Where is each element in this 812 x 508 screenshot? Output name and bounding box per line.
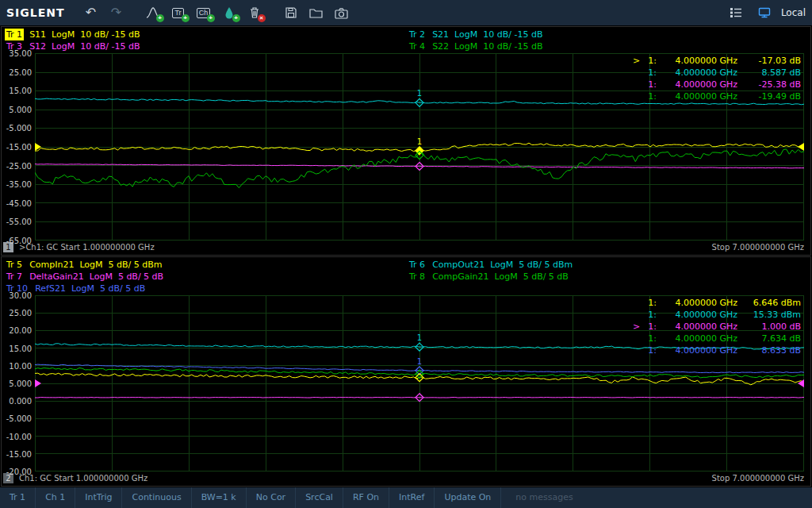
- screenshot-button[interactable]: [330, 2, 354, 24]
- ref-level-arrow-left[interactable]: [35, 143, 41, 151]
- local-mode-label[interactable]: Local: [781, 7, 806, 18]
- redo-icon: ↷: [111, 6, 121, 19]
- trace-legend-tr5[interactable]: Tr 5CompIn21 LogM 5 dB/ 5 dBm: [5, 259, 408, 271]
- statusbar-srccal[interactable]: SrcCal: [296, 487, 343, 508]
- trace-legend-window-1: Tr 1S11 LogM 10 dB/ -15 dBTr 2S21 LogM 1…: [2, 27, 810, 53]
- trace-format: S21 LogM 10 dB/ -15 dB: [432, 29, 542, 40]
- save-button[interactable]: [279, 2, 303, 24]
- trace-format: CompOut21 LogM 5 dB/ 5 dBm: [432, 259, 573, 271]
- camera-icon: [334, 6, 349, 20]
- y-axis-label: -5.000: [6, 124, 32, 133]
- open-file-button[interactable]: [304, 2, 328, 24]
- instrument-statusbar: Tr 1Ch 1IntTrigContinuousBW=1 kNo CorSrc…: [0, 487, 812, 508]
- y-axis-label: 0.000: [9, 397, 32, 406]
- trace-id[interactable]: Tr 2: [408, 29, 427, 40]
- y-axis-label: 35.00: [9, 49, 32, 58]
- folder-icon: [308, 6, 324, 20]
- trace-format: S22 LogM 10 dB/ -15 dB: [432, 40, 542, 52]
- y-axis-label: 5.000: [9, 379, 32, 388]
- marker-readouts-window-1: >1:4.000000 GHz-17.03 dB1:4.000000 GHz8.…: [633, 55, 801, 102]
- redo-button[interactable]: ↷: [105, 2, 128, 24]
- y-axis-label: 15.00: [9, 344, 32, 352]
- statusbar-bw-1-k[interactable]: BW=1 k: [192, 487, 247, 508]
- marker-readouts-window-2: 1:4.000000 GHz6.646 dBm1:4.000000 GHz15.…: [633, 297, 801, 356]
- trace-format: S12 LogM 10 dB/ -15 dB: [29, 40, 140, 52]
- y-axis-label: -55.00: [6, 217, 32, 226]
- add-measurement-button[interactable]: +: [141, 2, 165, 24]
- trace-id[interactable]: Tr 1: [5, 29, 24, 40]
- trace-format: DeltaGain21 LogM 5 dB/ 5 dB: [29, 271, 163, 283]
- trace-format: CompIn21 LogM 5 dB/ 5 dBm: [29, 259, 162, 271]
- sweep-stop-label: Stop 7.000000000 GHz: [712, 474, 804, 483]
- remote-connection-icon: [757, 6, 772, 19]
- statusbar-inttrig[interactable]: IntTrig: [75, 487, 122, 508]
- trace-legend-tr4[interactable]: Tr 4S22 LogM 10 dB/ -15 dB: [408, 40, 810, 52]
- trace-id[interactable]: Tr 5: [5, 259, 24, 271]
- marker-readout: 1:4.000000 GHz-25.38 dB: [633, 79, 801, 90]
- y-axis-label: 10.00: [9, 361, 32, 370]
- topbar: SIGLENT ↶ ↷ + Tr + Ch + +: [0, 0, 812, 25]
- delete-badge: ×: [258, 14, 266, 22]
- y-axis-label: -15.00: [6, 143, 32, 152]
- y-axis-label: -15.00: [6, 449, 32, 458]
- marker-readout: 1:4.000000 GHz15.33 dBm: [633, 309, 801, 321]
- y-axis-label: 15.00: [9, 87, 32, 95]
- trace-legend-tr1[interactable]: Tr 1S11 LogM 10 dB/ -15 dB: [5, 29, 408, 40]
- statusbar-intref[interactable]: IntRef: [389, 487, 435, 508]
- y-axis-label: 25.00: [9, 67, 32, 76]
- siglent-logo: SIGLENT: [6, 6, 65, 19]
- y-axis-label: -35.00: [6, 180, 32, 189]
- undo-icon: ↶: [86, 6, 96, 19]
- add-channel-button[interactable]: Ch +: [192, 2, 216, 24]
- undo-button[interactable]: ↶: [79, 2, 103, 24]
- y-axis-label: -10.00: [6, 432, 32, 441]
- marker-readout: 1:4.000000 GHz6.646 dBm: [633, 297, 801, 309]
- ref-level-arrow-left[interactable]: [35, 379, 41, 387]
- y-axis-label: 30.00: [9, 291, 32, 300]
- y-axis-window-2: 30.0025.0020.0015.0010.005.0000.000-5.00…: [2, 295, 35, 471]
- marker-number-label: 1: [417, 357, 422, 366]
- main-display-area: Tr 1S11 LogM 10 dB/ -15 dBTr 2S21 LogM 1…: [0, 25, 812, 487]
- statusbar-no-messages: no messages: [506, 487, 582, 508]
- statusbar-ch-1[interactable]: Ch 1: [36, 487, 75, 508]
- delete-button[interactable]: ×: [243, 2, 266, 24]
- trace-id[interactable]: Tr 8: [408, 271, 427, 283]
- statusbar-continuous[interactable]: Continuous: [122, 487, 191, 508]
- trace-legend-tr3[interactable]: Tr 3S12 LogM 10 dB/ -15 dB: [5, 40, 408, 52]
- y-axis-label: -45.00: [6, 198, 32, 207]
- statusbar-tr-1[interactable]: Tr 1: [0, 487, 36, 508]
- trace-id[interactable]: Tr 6: [408, 259, 427, 271]
- trace-legend-tr2[interactable]: Tr 2S21 LogM 10 dB/ -15 dB: [408, 29, 810, 40]
- marker-number-label: 1: [417, 333, 422, 342]
- add-badge: +: [232, 14, 240, 22]
- trace-tr7-deltagain21[interactable]: [35, 398, 804, 398]
- add-badge: +: [156, 14, 164, 22]
- statusbar-rf-on[interactable]: RF On: [343, 487, 389, 508]
- add-marker-button[interactable]: +: [217, 2, 241, 24]
- y-axis-label: 5.000: [9, 105, 32, 114]
- marker-number-label: 1: [417, 89, 422, 98]
- add-trace-button[interactable]: Tr +: [167, 2, 190, 24]
- trace-legend-tr8[interactable]: Tr 8CompGain21 LogM 5 dB/ 5 dB: [408, 271, 810, 283]
- sweep-start-label: Ch1: GC Start 1.000000000 GHz: [19, 474, 147, 483]
- marker-readout: 1:4.000000 GHz-19.49 dB: [633, 90, 801, 102]
- y-axis-label: -5.000: [6, 414, 32, 423]
- trace-legend-tr6[interactable]: Tr 6CompOut21 LogM 5 dB/ 5 dBm: [408, 259, 810, 271]
- trace-legend-window-2: Tr 5CompIn21 LogM 5 dB/ 5 dBmTr 6CompOut…: [2, 257, 810, 295]
- trace-legend-tr10[interactable]: Tr 10RefS21 LogM 5 dB/ 5 dB: [5, 283, 408, 294]
- sweep-status-window-2: 2 Ch1: GC Start 1.000000000 GHz Stop 7.0…: [2, 471, 810, 486]
- toolbar-config-button[interactable]: [724, 2, 748, 24]
- statusbar-no-cor[interactable]: No Cor: [247, 487, 296, 508]
- trace-id[interactable]: Tr 4: [408, 40, 427, 52]
- save-icon: [284, 6, 298, 20]
- y-axis-label: -20.00: [6, 468, 32, 476]
- trace-format: RefS21 LogM 5 dB/ 5 dB: [35, 283, 145, 294]
- sweep-stop-label: Stop 7.000000000 GHz: [712, 243, 804, 252]
- trace-id[interactable]: Tr 7: [5, 271, 24, 283]
- marker-readout: 1:4.000000 GHz7.634 dB: [633, 333, 801, 344]
- marker-readout: >1:4.000000 GHz1.000 dB: [633, 321, 801, 333]
- trace-legend-tr7[interactable]: Tr 7DeltaGain21 LogM 5 dB/ 5 dB: [5, 271, 408, 283]
- vna-application: SIGLENT ↶ ↷ + Tr + Ch + +: [0, 0, 812, 508]
- statusbar-update-on[interactable]: Update On: [435, 487, 501, 508]
- trace-format: CompGain21 LogM 5 dB/ 5 dB: [432, 271, 569, 283]
